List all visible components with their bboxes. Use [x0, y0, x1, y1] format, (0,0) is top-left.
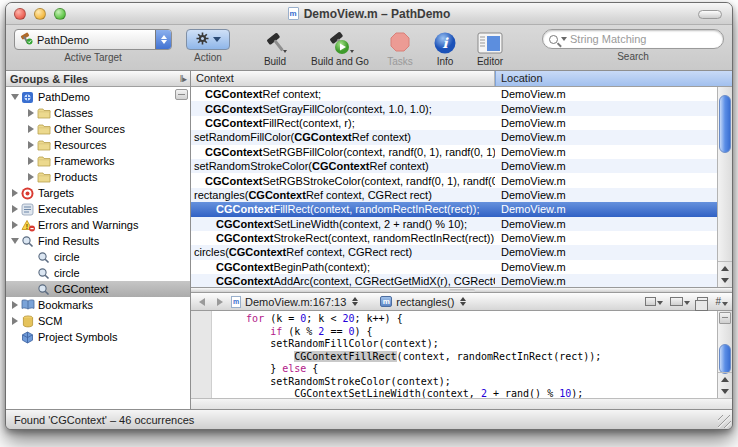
hash-icon: #: [715, 296, 721, 307]
sidebar-item-find-results[interactable]: Find Results: [6, 233, 190, 249]
sidebar-item-project-symbols[interactable]: Project Symbols: [6, 329, 190, 345]
action-button[interactable]: [186, 29, 230, 50]
results-table-header: Context Location: [191, 71, 732, 87]
result-row[interactable]: CGContextRef context;DemoView.m: [191, 87, 717, 101]
result-row[interactable]: CGContextSetRGBFillColor(context, randf(…: [191, 145, 717, 159]
zoom-button[interactable]: [54, 8, 66, 20]
disclosure-triangle-icon[interactable]: [26, 109, 36, 117]
disclosure-triangle-icon[interactable]: [26, 173, 36, 181]
sidebar-item-errors-and-warnings[interactable]: !Errors and Warnings: [6, 217, 190, 233]
results-scrollbar-thumb[interactable]: [719, 95, 731, 153]
active-target-popup[interactable]: PathDemo: [14, 29, 172, 50]
disclosure-triangle-icon[interactable]: [10, 238, 20, 244]
result-location-cell: DemoView.m: [495, 232, 717, 244]
action-dropdown-arrow-icon: [213, 37, 221, 42]
disclosure-triangle-icon[interactable]: [26, 125, 36, 133]
minimize-button[interactable]: [34, 8, 46, 20]
breakpoints-menu-button[interactable]: [670, 297, 690, 306]
result-row[interactable]: CGContextSetGrayFillColor(context, 1.0, …: [191, 101, 717, 115]
sidebar-item-executables[interactable]: Executables: [6, 201, 190, 217]
result-row[interactable]: CGContextAddArc(context, CGRectGetMidX(r…: [191, 274, 717, 287]
disclosure-triangle-icon[interactable]: [26, 157, 36, 165]
pane-splitter[interactable]: [191, 288, 732, 293]
folder-icon: [36, 155, 51, 168]
build-button[interactable]: Build: [246, 29, 304, 67]
file-history-popup[interactable]: m DemoView.m:167:13: [231, 296, 358, 308]
result-row[interactable]: CGContextStrokeRect(context, randomRectI…: [191, 231, 717, 245]
sidebar-item-cgcontext[interactable]: CGContext: [6, 281, 190, 297]
magnifier-icon: [36, 251, 51, 264]
file-popup-stepper-icon: [352, 297, 358, 306]
sidebar-header[interactable]: Groups & Files ‖▸: [6, 71, 190, 87]
result-row[interactable]: CGContextFillRect(context, r);DemoView.m: [191, 116, 717, 130]
target-icon: [20, 187, 35, 200]
resize-grip[interactable]: [718, 415, 731, 428]
editor-button[interactable]: Editor: [466, 29, 514, 67]
result-row[interactable]: CGContextSetLineWidth(context, 2 + rand(…: [191, 217, 717, 231]
editor-gutter[interactable]: [191, 311, 212, 398]
sidebar-item-pathdemo[interactable]: PathDemo: [6, 89, 190, 105]
sidebar-item-products[interactable]: Products: [6, 169, 190, 185]
editor-split-widget-icon[interactable]: [719, 312, 731, 324]
scroll-down-icon[interactable]: [721, 389, 729, 394]
close-button[interactable]: [14, 8, 26, 20]
search-field[interactable]: String Matching: [542, 29, 724, 49]
popup-stepper-icon: [155, 29, 171, 50]
disclosure-triangle-icon[interactable]: [10, 221, 20, 229]
sidebar-item-scm[interactable]: SCM: [6, 313, 190, 329]
line-number-menu-button[interactable]: #: [715, 296, 728, 307]
sidebar-split-widget-icon[interactable]: [175, 89, 188, 100]
sidebar-item-targets[interactable]: Targets: [6, 185, 190, 201]
scroll-down-icon[interactable]: [721, 278, 729, 283]
disclosure-triangle-icon[interactable]: [10, 301, 20, 309]
sidebar-item-circle[interactable]: circle: [6, 265, 190, 281]
toolbar-toggle-button[interactable]: [698, 10, 722, 19]
editor-scrollbar-thumb[interactable]: [719, 344, 731, 374]
sidebar-item-circle[interactable]: circle: [6, 249, 190, 265]
column-header-context[interactable]: Context: [191, 71, 495, 86]
result-row[interactable]: circles(CGContextRef context, CGRect rec…: [191, 245, 717, 259]
action-group: Action: [186, 29, 230, 63]
sidebar-item-label: PathDemo: [38, 91, 90, 103]
counterparts-button[interactable]: [697, 297, 708, 306]
function-popup[interactable]: m rectangles(): [380, 296, 466, 308]
scroll-up-icon[interactable]: [721, 266, 729, 271]
build-and-go-button[interactable]: Build and Go: [304, 29, 376, 67]
column-header-location[interactable]: Location: [495, 71, 732, 86]
disclosure-triangle-icon[interactable]: [10, 317, 20, 325]
editor-scrollbar[interactable]: [717, 311, 732, 398]
result-location-cell: DemoView.m: [495, 218, 717, 230]
code-editor[interactable]: for (k = 0; k < 20; k++) { if (k % 2 == …: [212, 311, 717, 398]
column-options-icon[interactable]: ‖▸: [180, 74, 186, 84]
result-row[interactable]: rectangles(CGContextRef context, CGRect …: [191, 188, 717, 202]
find-results-pane: Context Location CGContextRef context;De…: [191, 71, 732, 288]
disclosure-triangle-icon[interactable]: [10, 189, 20, 197]
result-location-cell: DemoView.m: [495, 261, 717, 273]
disclosure-triangle-icon[interactable]: [26, 141, 36, 149]
scroll-up-icon[interactable]: [721, 377, 729, 382]
disclosure-triangle-icon[interactable]: [10, 205, 20, 213]
sidebar-item-frameworks[interactable]: Frameworks: [6, 153, 190, 169]
result-row[interactable]: setRandomStrokeColor(CGContextRef contex…: [191, 159, 717, 173]
content-area: Context Location CGContextRef context;De…: [191, 71, 732, 409]
bookmarks-menu-button[interactable]: [645, 297, 663, 306]
title-bar[interactable]: m DemoView.m – PathDemo: [6, 3, 732, 25]
result-row[interactable]: CGContextSetRGBStrokeColor(context, rand…: [191, 173, 717, 187]
result-row[interactable]: CGContextFillRect(context, randomRectInR…: [191, 202, 717, 216]
info-button[interactable]: i Info: [424, 29, 466, 67]
nav-forward-button[interactable]: [213, 296, 227, 308]
result-context-cell: CGContextFillRect(context, randomRectInR…: [191, 203, 495, 215]
disclosure-triangle-icon[interactable]: [10, 94, 20, 100]
search-scope-arrow-icon[interactable]: [561, 37, 567, 41]
editor-scrollbar-arrows: [718, 372, 732, 398]
result-row[interactable]: setRandomFillColor(CGContextRef context)…: [191, 130, 717, 144]
sidebar-item-bookmarks[interactable]: Bookmarks: [6, 297, 190, 313]
sidebar-item-resources[interactable]: Resources: [6, 137, 190, 153]
editor-horizontal-scrollbar[interactable]: [191, 398, 732, 409]
sidebar-item-other-sources[interactable]: Other Sources: [6, 121, 190, 137]
nav-back-button[interactable]: [195, 296, 209, 308]
sidebar-item-classes[interactable]: Classes: [6, 105, 190, 121]
results-scrollbar[interactable]: [717, 87, 732, 287]
warning-icon: !: [20, 219, 35, 232]
result-row[interactable]: CGContextBeginPath(context);DemoView.m: [191, 260, 717, 274]
